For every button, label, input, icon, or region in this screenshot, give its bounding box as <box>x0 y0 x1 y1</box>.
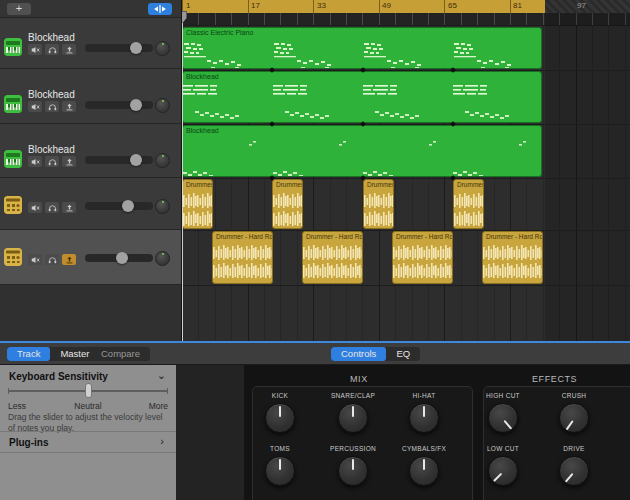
chevron-right-icon[interactable]: › <box>160 435 164 447</box>
toms-knob[interactable]: TOMS <box>248 445 312 486</box>
region-label: Classic Electric Piano <box>183 28 541 37</box>
solo-button[interactable] <box>45 202 59 213</box>
track-header-2[interactable]: Blockhead <box>0 69 181 124</box>
snare-clap-knob[interactable]: SNARE/CLAP <box>321 392 385 433</box>
region-label: Blockhead <box>183 126 541 135</box>
chevron-down-icon[interactable]: ⌄ <box>157 369 166 382</box>
knob-label: DRIVE <box>542 445 606 452</box>
input-monitor-button[interactable] <box>62 101 76 112</box>
region-label: Drummer - Hard Ro <box>213 232 272 241</box>
volume-slider-thumb[interactable] <box>122 200 134 212</box>
sensitivity-slider-thumb[interactable] <box>85 383 92 398</box>
midi-region-blockhead-2[interactable]: Blockhead <box>182 71 542 123</box>
tab-eq[interactable]: EQ <box>386 347 420 361</box>
mute-button[interactable] <box>28 156 42 167</box>
speaker-mute-icon <box>31 256 40 264</box>
percussion-knob[interactable]: PERCUSSION <box>321 445 385 486</box>
drummer-hard-rock-region[interactable]: Drummer - Hard Ro <box>392 231 453 284</box>
drummer-hard-rock-region[interactable]: Drummer - Hard Ro <box>482 231 543 284</box>
region-label: Drummer <box>273 180 302 189</box>
keyboard-sensitivity-title: Keyboard Sensitivity <box>9 371 108 382</box>
input-monitor-button[interactable] <box>62 156 76 167</box>
catch-playhead-icon <box>153 5 167 13</box>
knob-indicator <box>565 473 574 483</box>
drummer-region[interactable]: Drummer <box>182 179 213 229</box>
track-name: Blockhead <box>28 89 75 100</box>
region-label: Drummer - Hard Ro <box>483 232 542 241</box>
region-label: Drummer - Hard Ro <box>303 232 362 241</box>
track-master-segment: Track Master <box>7 347 99 361</box>
audio-waveform <box>303 241 362 284</box>
input-monitor-button-active[interactable] <box>62 254 76 265</box>
drummer-hard-rock-region[interactable]: Drummer - Hard Ro <box>212 231 273 284</box>
midi-notes <box>183 37 541 69</box>
crush-knob[interactable]: CRUSH <box>542 392 606 433</box>
midi-region-electric-piano[interactable]: Classic Electric Piano <box>182 27 542 69</box>
hi-hat-knob[interactable]: HI-HAT <box>392 392 456 433</box>
plugins-row[interactable]: Plug-ins <box>9 437 48 448</box>
drive-knob[interactable]: DRIVE <box>542 445 606 486</box>
drummer-region[interactable]: Drummer <box>453 179 484 229</box>
solo-button[interactable] <box>45 254 59 265</box>
mute-button[interactable] <box>28 101 42 112</box>
solo-button[interactable] <box>45 44 59 55</box>
tab-controls[interactable]: Controls <box>331 347 386 361</box>
volume-slider-thumb[interactable] <box>116 252 128 264</box>
pan-knob[interactable] <box>155 98 170 113</box>
mute-button[interactable] <box>28 254 42 265</box>
row-separator <box>182 70 630 71</box>
mute-button[interactable] <box>28 44 42 55</box>
volume-slider[interactable] <box>85 101 153 109</box>
drummer-region[interactable]: Drummer <box>272 179 303 229</box>
ruler-beyond-end[interactable] <box>545 0 630 13</box>
kick-knob[interactable]: KICK <box>248 392 312 433</box>
input-monitor-icon <box>65 103 74 111</box>
volume-slider-thumb[interactable] <box>130 42 142 54</box>
compare-button[interactable]: Compare <box>91 347 150 361</box>
volume-slider[interactable] <box>85 44 153 52</box>
cymbals-fx-knob[interactable]: CYMBALS/FX <box>392 445 456 486</box>
region-label: Drummer <box>364 180 393 189</box>
audio-waveform <box>483 241 542 284</box>
volume-slider[interactable] <box>85 156 153 164</box>
input-monitor-button[interactable] <box>62 202 76 213</box>
knob-label: PERCUSSION <box>321 445 385 452</box>
drummer-hard-rock-region[interactable]: Drummer - Hard Ro <box>302 231 363 284</box>
knob-indicator <box>352 406 354 417</box>
midi-region-blockhead-3[interactable]: Blockhead <box>182 125 542 177</box>
volume-slider-thumb[interactable] <box>130 99 142 111</box>
audio-waveform <box>393 241 452 284</box>
volume-slider-thumb[interactable] <box>130 154 142 166</box>
catch-playhead-button[interactable] <box>148 3 172 15</box>
volume-slider[interactable] <box>85 202 153 210</box>
low-cut-knob[interactable]: LOW CUT <box>471 445 535 486</box>
pan-knob[interactable] <box>155 199 170 214</box>
track-header-3[interactable]: Blockhead <box>0 124 181 178</box>
volume-slider[interactable] <box>85 254 153 262</box>
pan-knob[interactable] <box>155 251 170 266</box>
track-name: Blockhead <box>28 32 75 43</box>
track-header-1[interactable]: Blockhead <box>0 18 181 69</box>
tab-track[interactable]: Track <box>7 347 50 361</box>
sensitivity-slider[interactable] <box>8 390 168 392</box>
keyboard-instrument-icon <box>4 95 22 113</box>
sensitivity-label-less: Less <box>8 401 26 411</box>
solo-button[interactable] <box>45 156 59 167</box>
solo-button[interactable] <box>45 101 59 112</box>
input-monitor-icon <box>65 158 74 166</box>
high-cut-knob[interactable]: HIGH CUT <box>471 392 535 433</box>
pan-knob[interactable] <box>155 41 170 56</box>
track-name: Blockhead <box>28 144 75 155</box>
add-track-button[interactable]: + <box>7 3 31 15</box>
ruler-cycle-region[interactable] <box>182 0 545 13</box>
drummer-region[interactable]: Drummer <box>363 179 394 229</box>
speaker-mute-icon <box>31 46 40 54</box>
knob-label: TOMS <box>248 445 312 452</box>
track-header-5-selected[interactable] <box>0 230 181 285</box>
mute-button[interactable] <box>28 202 42 213</box>
knob-indicator <box>279 406 281 417</box>
headphones-icon <box>48 158 57 166</box>
track-header-4[interactable] <box>0 178 181 230</box>
pan-knob[interactable] <box>155 153 170 168</box>
input-monitor-button[interactable] <box>62 44 76 55</box>
